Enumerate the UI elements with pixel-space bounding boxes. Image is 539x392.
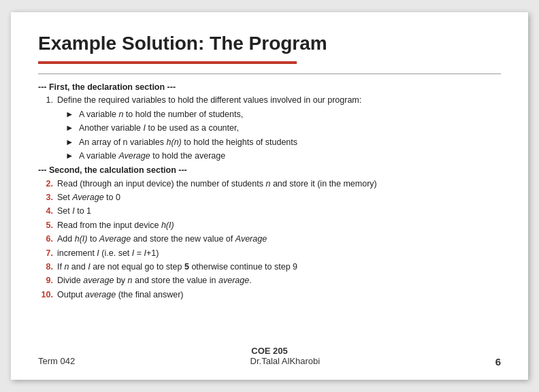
bullet-1: ► A variable n to hold the number of stu… — [65, 108, 501, 121]
item-4-num: 4. — [38, 205, 53, 218]
item-7: 7. increment I (i.e. set I = I+1) — [38, 247, 501, 260]
item-4: 4. Set I to 1 — [38, 205, 501, 218]
item-1: 1. Define the required variables to hold… — [38, 94, 501, 107]
bullet-list: ► A variable n to hold the number of stu… — [65, 108, 501, 163]
term-label: Term 042 — [38, 356, 75, 368]
bullet-4: ► A variable Average to hold the average — [65, 150, 501, 163]
bullet-2-text: Another variable I to be used as a count… — [79, 122, 239, 135]
slide-title: Example Solution: The Program — [38, 33, 501, 54]
item-5-num: 5. — [38, 219, 53, 232]
bullet-4-text: A variable Average to hold the average — [79, 150, 225, 163]
arrow-icon-1: ► — [65, 108, 75, 121]
footer-bottom: Term 042 Dr.Talal AlKharobi 6 — [11, 356, 528, 368]
item-10: 10. Output average (the final answer) — [38, 289, 501, 301]
item-9-num: 9. — [38, 274, 53, 287]
item-9-text: Divide average by n and store the value … — [57, 274, 252, 287]
item-2: 2. Read (through an input device) the nu… — [38, 178, 501, 191]
footer: COE 205 Term 042 Dr.Talal AlKharobi 6 — [11, 346, 528, 368]
item-1-num: 1. — [38, 94, 53, 107]
item-7-num: 7. — [38, 247, 53, 260]
divider — [38, 74, 501, 74]
item-4-text: Set I to 1 — [57, 205, 91, 218]
item-5: 5. Read from the input device h(I) — [38, 219, 501, 232]
item-10-num: 10. — [38, 289, 53, 301]
bullet-3-text: An array of n variables h(n) to hold the… — [79, 136, 297, 149]
item-9: 9. Divide average by n and store the val… — [38, 274, 501, 287]
item-7-text: increment I (i.e. set I = I+1) — [57, 247, 159, 260]
item-8: 8. If n and I are not equal go to step 5… — [38, 261, 501, 274]
item-10-text: Output average (the final answer) — [57, 289, 184, 301]
instructor-name: Dr.Talal AlKharobi — [250, 356, 321, 368]
item-3-num: 3. — [38, 191, 53, 204]
arrow-icon-3: ► — [65, 136, 75, 149]
item-6-text: Add h(I) to Average and store the new va… — [57, 233, 267, 246]
bullet-1-text: A variable n to hold the number of stude… — [79, 108, 243, 121]
item-3: 3. Set Average to 0 — [38, 191, 501, 204]
item-8-text: If n and I are not equal go to step 5 ot… — [57, 261, 297, 274]
item-6-num: 6. — [38, 233, 53, 246]
arrow-icon-4: ► — [65, 150, 75, 163]
page-number: 6 — [495, 356, 501, 368]
item-1-text: Define the required variables to hold th… — [57, 94, 361, 107]
content-area: --- First, the declaration section --- 1… — [38, 81, 501, 301]
item-2-text: Read (through an input device) the numbe… — [57, 178, 377, 191]
item-8-num: 8. — [38, 261, 53, 274]
item-6: 6. Add h(I) to Average and store the new… — [38, 233, 501, 246]
item-2-num: 2. — [38, 178, 53, 191]
slide: Example Solution: The Program --- First,… — [11, 12, 528, 380]
declaration-header: --- First, the declaration section --- — [38, 81, 501, 94]
bullet-3: ► An array of n variables h(n) to hold t… — [65, 136, 501, 149]
course-code: COE 205 — [251, 346, 287, 356]
item-5-text: Read from the input device h(I) — [57, 219, 174, 232]
item-3-text: Set Average to 0 — [57, 191, 120, 204]
calculation-header: --- Second, the calculation section --- — [38, 164, 501, 177]
red-bar — [38, 61, 297, 64]
arrow-icon-2: ► — [65, 122, 75, 135]
bullet-2: ► Another variable I to be used as a cou… — [65, 122, 501, 135]
